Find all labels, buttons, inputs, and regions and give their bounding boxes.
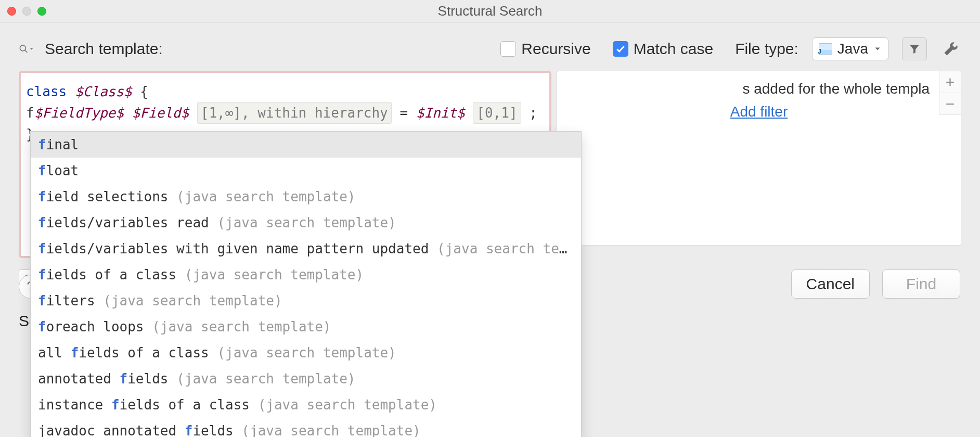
funnel-icon bbox=[908, 43, 921, 55]
constraint-badge: [0,1] bbox=[473, 102, 521, 124]
zoom-window-button[interactable] bbox=[37, 7, 46, 16]
file-type-label: File type: bbox=[735, 40, 798, 58]
code-text: = bbox=[399, 105, 416, 121]
minimize-window-button[interactable] bbox=[22, 7, 31, 16]
keyword: class bbox=[26, 84, 67, 99]
autocomplete-item[interactable]: fields/variables read (java search templ… bbox=[31, 210, 581, 236]
window-controls bbox=[7, 7, 46, 16]
variable: $Init$ bbox=[416, 105, 465, 121]
match-case-label: Match case bbox=[634, 40, 713, 58]
tools-button[interactable] bbox=[940, 38, 961, 59]
file-type-value: Java bbox=[837, 41, 868, 57]
search-template-label: Search template: bbox=[45, 40, 163, 58]
autocomplete-popup: finalfloatfield selections (java search … bbox=[30, 131, 582, 437]
remove-filter-button[interactable]: − bbox=[939, 93, 961, 115]
variable: $Class$ bbox=[75, 84, 132, 99]
filter-toggle-button[interactable] bbox=[902, 37, 927, 60]
checkbox-unchecked-icon bbox=[500, 41, 516, 57]
filters-panel: s added for the whole templa Add filter … bbox=[557, 71, 961, 246]
file-type-dropdown[interactable]: Java bbox=[812, 37, 888, 60]
autocomplete-item[interactable]: float bbox=[31, 158, 581, 184]
dialog-content: Search template: Recursive Match case Fi… bbox=[0, 23, 980, 330]
constraint-badge: [1,∞], within hierarchy bbox=[197, 102, 392, 124]
autocomplete-item[interactable]: fields/variables with given name pattern… bbox=[31, 236, 581, 262]
editor-line: class $Class$ { bbox=[26, 81, 544, 102]
search-icon[interactable] bbox=[19, 42, 33, 56]
add-filter-link[interactable]: Add filter bbox=[730, 104, 788, 120]
cancel-button[interactable]: Cancel bbox=[791, 269, 870, 299]
autocomplete-item[interactable]: fields of a class (java search template) bbox=[31, 262, 581, 288]
editor-line: f$FieldType$ $Field$ [1,∞], within hiera… bbox=[26, 102, 544, 124]
autocomplete-item[interactable]: filters (java search template) bbox=[31, 288, 581, 314]
autocomplete-item[interactable]: all fields of a class (java search templ… bbox=[31, 340, 581, 366]
variable: $FieldType$ bbox=[34, 105, 124, 121]
add-filter-button[interactable]: + bbox=[939, 71, 961, 93]
checkbox-checked-icon bbox=[613, 41, 628, 57]
autocomplete-item[interactable]: field selections (java search template) bbox=[31, 184, 581, 210]
wrench-icon bbox=[943, 41, 959, 57]
filters-text: s added for the whole templa bbox=[564, 81, 953, 97]
match-case-option[interactable]: Match case bbox=[613, 40, 729, 58]
autocomplete-item[interactable]: foreach loops (java search template) bbox=[31, 314, 581, 340]
titlebar: Structural Search bbox=[0, 0, 980, 23]
svg-line-1 bbox=[25, 50, 28, 53]
recursive-option[interactable]: Recursive bbox=[500, 40, 606, 58]
recursive-label: Recursive bbox=[521, 40, 590, 58]
window-title: Structural Search bbox=[0, 3, 980, 19]
code-text: ; bbox=[529, 105, 537, 121]
find-button[interactable]: Find bbox=[882, 269, 960, 299]
java-file-icon bbox=[819, 43, 832, 55]
variable: $Field$ bbox=[132, 105, 189, 121]
autocomplete-item[interactable]: annotated fields (java search template) bbox=[31, 366, 581, 392]
code-text: { bbox=[140, 84, 148, 99]
toolbar: Search template: Recursive Match case Fi… bbox=[19, 36, 961, 61]
svg-point-0 bbox=[20, 45, 25, 51]
autocomplete-item[interactable]: javadoc annotated fields (java search te… bbox=[31, 418, 581, 437]
autocomplete-item[interactable]: instance fields of a class (java search … bbox=[31, 392, 581, 418]
code-text: f bbox=[26, 105, 34, 121]
autocomplete-item[interactable]: final bbox=[31, 132, 581, 158]
chevron-down-icon bbox=[873, 46, 882, 52]
close-window-button[interactable] bbox=[7, 7, 16, 16]
